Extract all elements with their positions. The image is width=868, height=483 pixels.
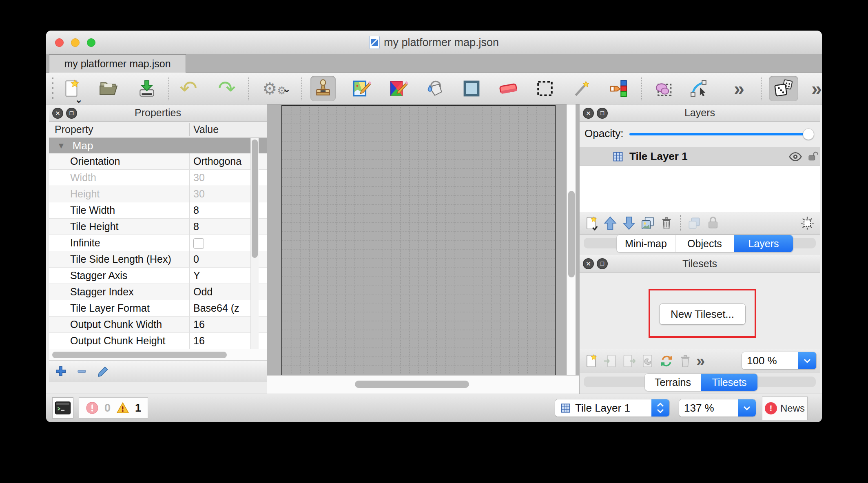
edit-property-icon[interactable] (97, 365, 109, 377)
tools-overflow-button[interactable]: » (726, 76, 752, 101)
layer-name: Tile Layer 1 (629, 150, 688, 163)
new-map-button[interactable]: ⌄ (59, 76, 84, 101)
slider-knob[interactable] (803, 129, 814, 140)
scrollbar-thumb[interactable] (355, 381, 469, 388)
map-zoom-select[interactable]: 137 % (679, 399, 756, 417)
stamp-icon (313, 78, 333, 99)
dice-icon (773, 78, 794, 99)
scrollbar-thumb[interactable] (568, 191, 575, 277)
column-value: Value (193, 124, 219, 135)
commands-button[interactable]: ⚙⚙ ⌄ (257, 76, 292, 101)
layers-toolbar (580, 212, 820, 235)
same-tile-select-button[interactable] (606, 76, 631, 101)
close-panel-icon[interactable]: ✕ (583, 258, 594, 269)
layer-row-selected[interactable]: Tile Layer 1 (580, 147, 820, 166)
new-layer-icon[interactable] (584, 215, 599, 231)
tab-tilesets[interactable]: Tilesets (701, 374, 757, 391)
table-row[interactable]: Width30 (49, 170, 267, 186)
close-panel-icon[interactable]: ✕ (52, 108, 63, 119)
tab-minimap[interactable]: Mini-map (617, 235, 675, 252)
canvas-vscrollbar[interactable] (567, 104, 576, 375)
document-icon (369, 36, 380, 49)
redo-button[interactable]: ↷ (214, 76, 239, 101)
close-panel-icon[interactable]: ✕ (583, 108, 594, 119)
collapse-triangle-icon[interactable]: ▼ (57, 141, 65, 151)
visibility-eye-icon[interactable] (788, 151, 802, 163)
properties-vscrollbar[interactable] (250, 138, 259, 349)
combo-dropdown-button[interactable] (738, 399, 756, 417)
current-layer-select[interactable]: Tile Layer 1 (555, 399, 670, 417)
double-chevron-icon[interactable]: » (696, 350, 705, 372)
raise-layer-icon[interactable] (602, 215, 618, 231)
unlock-icon[interactable] (807, 151, 819, 163)
tab-layers[interactable]: Layers (734, 235, 793, 252)
news-button[interactable]: ! News (762, 397, 808, 420)
select-objects-button[interactable] (651, 76, 676, 101)
toolbar-separator (680, 215, 681, 231)
document-tab[interactable]: my platformer map.json (49, 54, 186, 73)
table-row[interactable]: Tile Height8 (49, 219, 267, 235)
issues-counter[interactable]: 0 1 (79, 397, 148, 419)
console-button[interactable] (52, 397, 73, 419)
tileset-zoom-combo[interactable]: 100 % (742, 352, 817, 370)
random-mode-button[interactable] (769, 76, 798, 101)
duplicate-layer-icon[interactable] (640, 215, 655, 231)
panel-title: Tilesets (682, 258, 717, 270)
table-row[interactable]: Output Chunk Height16 (49, 333, 267, 349)
highlight-layer-icon[interactable] (686, 215, 702, 231)
bucket-fill-button[interactable] (422, 76, 447, 101)
stamp-brush-button[interactable] (310, 76, 336, 101)
highlight-current-layer-icon[interactable] (799, 215, 815, 231)
rectangular-select-button[interactable] (532, 76, 558, 101)
export-tileset-icon[interactable] (621, 353, 637, 369)
edit-polygons-button[interactable] (687, 76, 713, 101)
lock-layer-icon[interactable] (705, 215, 721, 231)
eraser-button[interactable] (496, 76, 521, 101)
table-row[interactable]: Height30 (49, 186, 267, 202)
lower-layer-icon[interactable] (621, 215, 637, 231)
add-property-icon[interactable] (55, 365, 67, 377)
new-tileset-button[interactable]: New Tileset... (659, 304, 746, 325)
table-row[interactable]: Output Chunk Width16 (49, 317, 267, 333)
edit-tileset-icon[interactable] (640, 353, 655, 369)
delete-tileset-icon[interactable] (678, 353, 693, 369)
reload-tileset-icon[interactable] (659, 353, 674, 369)
toolbar-overflow-button[interactable]: » (804, 76, 822, 101)
delete-layer-icon[interactable] (659, 215, 674, 231)
tab-terrains[interactable]: Terrains (645, 374, 701, 391)
scrollbar-thumb[interactable] (52, 352, 227, 358)
table-row[interactable]: Stagger AxisY (49, 268, 267, 284)
new-tileset-icon[interactable] (584, 353, 599, 369)
opacity-slider[interactable] (629, 133, 813, 135)
float-panel-icon[interactable]: ❐ (66, 108, 77, 119)
float-panel-icon[interactable]: ❐ (597, 108, 608, 119)
tab-objects[interactable]: Objects (675, 235, 734, 252)
undo-button[interactable]: ↶ (176, 76, 201, 101)
toolbar-grip[interactable] (52, 78, 53, 100)
float-panel-icon[interactable]: ❐ (597, 258, 608, 269)
table-row[interactable]: Tile Width8 (49, 202, 267, 219)
chevron-up-icon (656, 402, 664, 408)
table-row[interactable]: Tile Layer FormatBase64 (z (49, 300, 267, 317)
save-file-button[interactable] (134, 76, 159, 101)
combo-dropdown-button[interactable] (798, 352, 816, 369)
open-file-button[interactable] (96, 76, 121, 101)
map-canvas[interactable] (281, 105, 556, 375)
popup-stepper-button[interactable] (651, 399, 669, 417)
remove-property-icon[interactable] (76, 365, 88, 377)
table-row[interactable]: Stagger IndexOdd (49, 284, 267, 300)
table-row[interactable]: Infinite (49, 235, 267, 251)
same-tile-icon (608, 78, 629, 99)
infinite-checkbox[interactable] (193, 238, 204, 249)
shape-fill-button[interactable] (459, 76, 484, 101)
magic-wand-button[interactable] (569, 76, 594, 101)
tile-brush-button[interactable] (385, 76, 411, 101)
properties-hscrollbar[interactable] (49, 349, 267, 361)
table-row[interactable]: Tile Side Length (Hex)0 (49, 251, 267, 268)
toolbar-separator (168, 77, 169, 100)
import-tileset-icon[interactable] (602, 353, 618, 369)
terrain-brush-button[interactable] (349, 76, 374, 101)
property-group-map[interactable]: ▼ Map (49, 138, 267, 153)
scrollbar-thumb[interactable] (252, 140, 258, 258)
table-row[interactable]: OrientationOrthogona (49, 153, 267, 170)
